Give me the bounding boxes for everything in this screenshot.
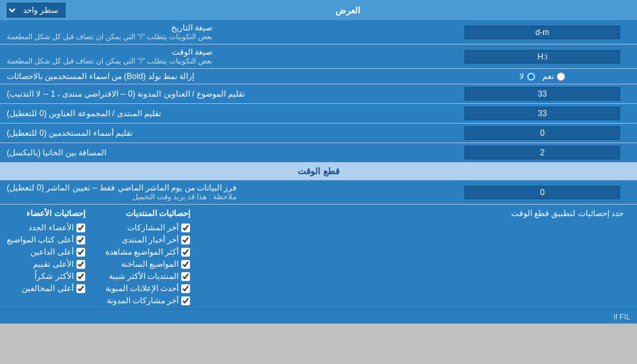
cb-top-inviters-input[interactable] [76, 248, 85, 257]
bold-remove-label: إزالة نمط بولد (Bold) من اسماء المستخدمي… [0, 69, 448, 84]
users-per-page-title: تقليم أسماء المستخدمين (0 للتعطيل) [7, 128, 133, 138]
cb-forum-news-label: أخر أخبار المنتدى [122, 235, 179, 244]
cb-top-posters-label: أعلى كتاب المواضيع [7, 235, 74, 244]
spacing-input[interactable] [465, 146, 620, 159]
cb-hot-topics-input[interactable] [181, 260, 190, 269]
cb-hot-topics-label: المواضيع الساخنة [121, 259, 179, 269]
spacing-row: المسافة بين الخانيا (بالبكسل) [0, 143, 637, 163]
date-format-sub: بعض التكوينات يتطلب "/" التي يمكن ان تضا… [7, 32, 212, 41]
display-dropdown[interactable]: سطر واحد [7, 3, 66, 18]
cb-top-inviters-label: أعلى الداعين [30, 247, 73, 257]
bold-remove-row: نعم لا إزالة نمط بولد (Bold) من اسماء ال… [0, 69, 637, 84]
time-section-label: فرز البيانات من يوم الماشر الماضي فقط --… [0, 180, 448, 204]
time-format-label: صيغة الوقت بعض التكوينات يتطلب "/" التي … [0, 45, 448, 68]
cb-top-inviters: أعلى الداعين [7, 247, 85, 257]
cb-most-similar: المنتديات الأكثر شيبة [105, 271, 191, 281]
time-section-row: فرز البيانات من يوم الماشر الماضي فقط --… [0, 180, 637, 205]
cb-most-similar-label: المنتديات الأكثر شيبة [109, 271, 179, 281]
cb-top-posters-input[interactable] [76, 236, 85, 244]
topics-per-page-input[interactable] [465, 87, 620, 101]
radio-yes[interactable] [557, 72, 565, 81]
cb-new-members-label: الأعضاء الجدد [28, 223, 73, 232]
users-per-page-label: تقليم أسماء المستخدمين (0 للتعطيل) [0, 124, 448, 142]
page-title: العرض [335, 5, 360, 16]
header-row: العرض سطر واحد [0, 0, 637, 20]
checkbox-columns: إحصائيات المنتديات أخر المشاركات أخر أخب… [7, 209, 190, 305]
bottom-grid: حدد إحصائيات لتطبيق قطع الوقت إحصائيات ا… [7, 209, 630, 305]
bottom-area: حدد إحصائيات لتطبيق قطع الوقت إحصائيات ا… [0, 205, 637, 309]
cb-forum-news-input[interactable] [181, 236, 190, 244]
date-format-label: صيغة التاريخ بعض التكوينات يتطلب "/" الت… [0, 20, 448, 44]
cb-top-rated-label: الأعلى تقييم [33, 259, 73, 269]
forum-per-page-title: تقليم المنتدى / المجموعة العناوين (0 للت… [7, 109, 161, 118]
cb-blog-posts-input[interactable] [181, 296, 190, 305]
radio-no-text: لا [519, 72, 524, 81]
time-section-header: قطع الوقت [0, 163, 637, 180]
date-format-input-cell [448, 20, 637, 44]
cb-most-viewed-input[interactable] [181, 248, 190, 257]
footer-note-text: If FIL [613, 313, 630, 321]
time-filter-note: ملاحظة : هذا قد يزيد وقت التحميل [7, 192, 237, 201]
users-per-page-input[interactable] [465, 126, 620, 140]
cb-blog-posts: أخر مشاركات المدونة [105, 296, 191, 305]
time-format-input-cell [448, 45, 637, 68]
spacing-title: المسافة بين الخانيا (بالبكسل) [7, 148, 106, 157]
footer-note: If FIL [0, 309, 637, 323]
bold-radio-group: نعم لا [519, 72, 565, 81]
time-format-row: صيغة الوقت بعض التكوينات يتطلب "/" التي … [0, 45, 637, 69]
cb-latest-ads-input[interactable] [181, 284, 190, 293]
cb-forum-news: أخر أخبار المنتدى [105, 235, 191, 244]
cb-last-posts-input[interactable] [181, 224, 190, 232]
cb-blog-posts-label: أخر مشاركات المدونة [107, 296, 179, 305]
cb-top-violators-input[interactable] [76, 284, 85, 293]
time-filter-input[interactable] [465, 186, 620, 199]
users-per-page-input-cell [448, 124, 637, 142]
cb-most-viewed: أكثر المواضيع مشاهدة [105, 247, 191, 257]
time-section-input-cell [448, 180, 637, 204]
cb-most-similar-input[interactable] [181, 272, 190, 281]
spacing-input-cell [448, 143, 637, 162]
limit-note: حدد إحصائيات لتطبيق قطع الوقت [197, 209, 630, 218]
time-section-title: قطع الوقت [298, 166, 339, 176]
time-format-title: صيغة الوقت [7, 47, 212, 57]
time-format-input[interactable] [465, 50, 620, 63]
cb-hot-topics: المواضيع الساخنة [105, 259, 191, 269]
limit-label: حدد إحصائيات لتطبيق قطع الوقت [511, 209, 623, 218]
cb-top-posters: أعلى كتاب المواضيع [7, 235, 85, 244]
cb-latest-ads-label: أحدث الإعلانات المبوبة [105, 284, 179, 293]
topics-per-page-label: تقليم الموضوع / العناوين المدونة (0 -- ا… [0, 84, 448, 103]
radio-no[interactable] [527, 72, 536, 81]
forum-stats-header: إحصائيات المنتديات [105, 209, 191, 218]
spacing-label: المسافة بين الخانيا (بالبكسل) [0, 143, 448, 162]
member-stats-header: إحصائيات الأعضاء [7, 209, 85, 218]
topics-per-page-input-cell [448, 84, 637, 103]
forum-per-page-label: تقليم المنتدى / المجموعة العناوين (0 للت… [0, 104, 448, 123]
radio-yes-text: نعم [542, 72, 554, 81]
time-format-sub: بعض التكوينات يتطلب "/" التي يمكن ان تضا… [7, 57, 212, 66]
topics-per-page-title: تقليم الموضوع / العناوين المدونة (0 -- ا… [7, 89, 245, 99]
cb-most-thanked-input[interactable] [76, 272, 85, 281]
cb-top-violators: أعلى المخالفين [7, 284, 85, 293]
radio-no-label[interactable]: لا [519, 72, 536, 81]
date-format-input[interactable] [465, 26, 620, 39]
date-format-title: صيغة التاريخ [7, 23, 212, 32]
radio-yes-label[interactable]: نعم [542, 72, 565, 81]
bold-remove-title: إزالة نمط بولد (Bold) من اسماء المستخدمي… [7, 72, 194, 81]
date-format-row: صيغة التاريخ بعض التكوينات يتطلب "/" الت… [0, 20, 637, 45]
cb-top-violators-label: أعلى المخالفين [22, 284, 73, 293]
cb-most-thanked: الأكثر شكراً [7, 271, 85, 281]
topics-per-page-row: تقليم الموضوع / العناوين المدونة (0 -- ا… [0, 84, 637, 104]
cb-most-thanked-label: الأكثر شكراً [34, 271, 73, 281]
time-filter-title: فرز البيانات من يوم الماشر الماضي فقط --… [7, 183, 237, 192]
cb-last-posts-label: أخر المشاركات [127, 223, 179, 232]
forum-per-page-input[interactable] [465, 107, 620, 120]
bold-remove-input-cell: نعم لا [448, 69, 637, 84]
member-stats-col: إحصائيات الأعضاء الأعضاء الجدد أعلى كتاب… [7, 209, 85, 305]
cb-top-rated-input[interactable] [76, 260, 85, 269]
cb-new-members: الأعضاء الجدد [7, 223, 85, 232]
cb-last-posts: أخر المشاركات [105, 223, 191, 232]
users-per-page-row: تقليم أسماء المستخدمين (0 للتعطيل) [0, 124, 637, 143]
forum-stats-col: إحصائيات المنتديات أخر المشاركات أخر أخب… [105, 209, 191, 305]
cb-new-members-input[interactable] [76, 224, 85, 232]
cb-top-rated: الأعلى تقييم [7, 259, 85, 269]
